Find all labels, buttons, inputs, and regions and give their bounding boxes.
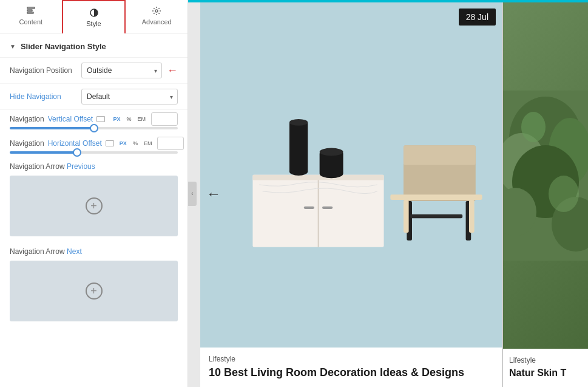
card-1-image: 28 Jul: [200, 2, 502, 348]
nav-vertical-offset-input[interactable]: [151, 112, 178, 126]
svg-rect-1: [27, 10, 32, 11]
nav-vertical-slider-fill: [10, 127, 94, 129]
nav-arrow-previous-plus-icon: +: [86, 197, 103, 214]
hide-navigation-select-wrapper: Default Always Never: [81, 89, 178, 104]
advanced-icon: [152, 6, 161, 16]
svg-rect-23: [404, 200, 409, 233]
card-1-info: Lifestyle 10 Best Living Room Decoration…: [200, 348, 502, 387]
nav-horizontal-accent: Horizontal Offset: [48, 139, 102, 148]
svg-rect-10: [322, 207, 333, 209]
svg-point-32: [521, 112, 546, 142]
nav-horizontal-slider-fill: [10, 151, 77, 154]
nav-arrow-previous-label: Navigation Arrow Previous: [0, 159, 188, 173]
nav-arrow-next-label: Navigation Arrow Next: [0, 244, 188, 258]
style-icon: [89, 8, 99, 18]
svg-rect-9: [304, 207, 314, 209]
panel-content: ▼ Slider Navigation Style Navigation Pos…: [0, 33, 188, 387]
navigation-position-label: Navigation Position: [10, 66, 76, 75]
svg-rect-22: [390, 194, 482, 200]
left-panel: Content Style Advanced ▼ Slider Navigati…: [0, 0, 188, 387]
section-title: Slider Navigation Style: [21, 42, 106, 51]
nav-horizontal-slider-track[interactable]: [10, 151, 178, 154]
preview-card-1: 28 Jul Lifestyle 10 Best Living Room Dec…: [200, 2, 503, 387]
nav-vertical-accent: Vertical Offset: [48, 115, 93, 123]
navigation-position-select[interactable]: Outside Inside None: [81, 63, 162, 78]
nav-arrow-previous-upload[interactable]: +: [10, 176, 178, 236]
slider-prev-arrow[interactable]: ←: [206, 185, 221, 202]
navigation-position-row: Navigation Position Outside Inside None …: [0, 58, 188, 84]
tab-content[interactable]: Content: [0, 0, 62, 33]
card-2-info: Lifestyle Natur Skin T: [503, 349, 588, 387]
svg-rect-21: [410, 214, 462, 218]
card-1-category: Lifestyle: [209, 355, 493, 363]
content-icon: [26, 6, 36, 16]
unit-em-vertical[interactable]: EM: [136, 115, 148, 123]
card-2-scene-svg: [503, 2, 588, 349]
unit-em-horizontal[interactable]: EM: [142, 140, 154, 147]
tab-advanced[interactable]: Advanced: [126, 0, 188, 33]
collapse-panel-handle[interactable]: ‹: [188, 182, 197, 206]
card-2-title: Natur Skin T: [509, 367, 582, 380]
svg-rect-18: [404, 145, 476, 165]
nav-arrow-previous-accent: Previous: [67, 162, 95, 171]
nav-horizontal-offset-input[interactable]: [157, 137, 184, 150]
unit-px-horizontal[interactable]: PX: [118, 140, 129, 147]
preview-area: 28 Jul Lifestyle 10 Best Living Room Dec…: [200, 2, 588, 387]
svg-point-33: [549, 176, 579, 212]
svg-rect-24: [469, 200, 475, 233]
date-badge: 28 Jul: [459, 9, 496, 26]
navigation-position-select-wrapper: Outside Inside None: [81, 63, 162, 78]
unit-px-vertical[interactable]: PX: [111, 115, 122, 123]
card-2-image: [503, 2, 588, 349]
nav-horizontal-offset-label-row: Navigation Horizontal Offset PX % EM: [0, 134, 188, 150]
nav-vertical-slider-track[interactable]: [10, 127, 178, 129]
nav-vertical-offset-label: Navigation Vertical Offset: [10, 115, 105, 123]
svg-rect-0: [27, 7, 35, 9]
svg-rect-2: [27, 12, 33, 13]
svg-point-13: [289, 119, 308, 126]
tab-bar: Content Style Advanced: [0, 0, 188, 33]
section-header: ▼ Slider Navigation Style: [0, 33, 188, 58]
preview-card-2: Lifestyle Natur Skin T: [503, 2, 588, 387]
nav-arrow-next-accent: Next: [67, 247, 82, 256]
unit-buttons-horizontal: PX % EM: [118, 140, 154, 147]
nav-horizontal-slider-row: [0, 150, 188, 159]
furniture-scene-svg: [200, 2, 502, 348]
svg-rect-7: [252, 175, 384, 180]
card-2-category: Lifestyle: [509, 356, 582, 365]
nav-horizontal-offset-label: Navigation Horizontal Offset: [10, 139, 114, 148]
red-arrow-indicator: ←: [167, 64, 178, 77]
svg-point-4: [155, 10, 158, 12]
nav-vertical-main: Navigation: [10, 115, 44, 123]
tab-style[interactable]: Style: [62, 0, 126, 33]
hide-nav-accent: Hide Navigation: [10, 92, 61, 101]
hide-navigation-select[interactable]: Default Always Never: [81, 89, 178, 104]
unit-buttons-vertical: PX % EM: [111, 115, 147, 123]
nav-horizontal-main: Navigation: [10, 139, 44, 148]
right-panel: ‹ ←: [188, 0, 588, 387]
hide-navigation-row: Hide Navigation Default Always Never: [0, 84, 188, 110]
monitor-icon-horizontal: [106, 140, 114, 146]
tab-style-label: Style: [86, 20, 101, 27]
hide-navigation-label: Hide Navigation: [10, 92, 76, 101]
tab-content-label: Content: [19, 18, 43, 26]
nav-arrow-next-plus-icon: +: [86, 283, 103, 300]
card-1-title: 10 Best Living Room Decoration Ideas & D…: [209, 366, 493, 380]
tab-advanced-label: Advanced: [142, 18, 172, 26]
nav-vertical-slider-thumb[interactable]: [90, 124, 98, 132]
unit-percent-vertical[interactable]: %: [124, 115, 133, 123]
section-collapse-arrow[interactable]: ▼: [10, 43, 16, 50]
svg-rect-12: [289, 122, 308, 172]
nav-horizontal-slider-thumb[interactable]: [73, 148, 81, 157]
unit-percent-horizontal[interactable]: %: [131, 140, 140, 147]
nav-arrow-next-upload[interactable]: +: [10, 261, 178, 321]
nav-vertical-slider-row: [0, 126, 188, 134]
svg-point-16: [320, 148, 343, 156]
monitor-icon-vertical: [96, 116, 105, 122]
